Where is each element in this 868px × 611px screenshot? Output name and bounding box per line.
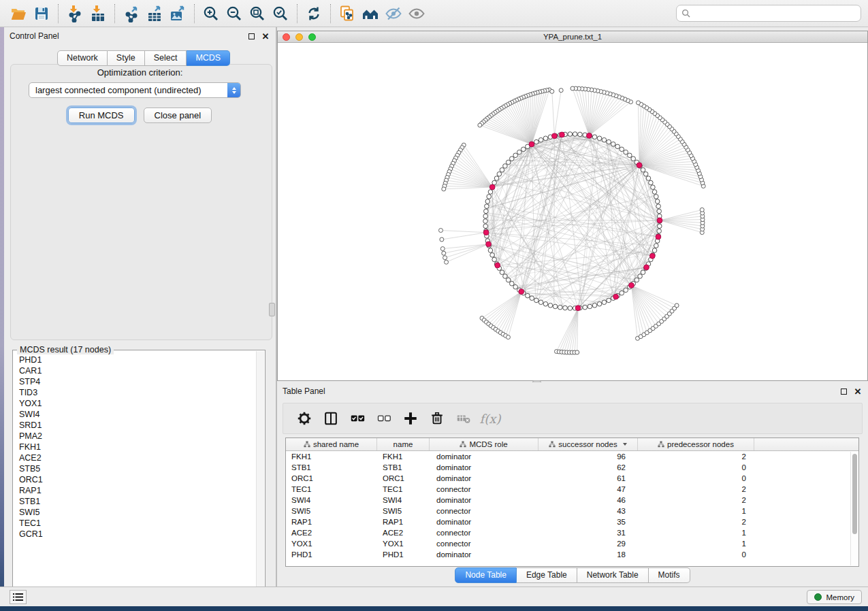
desktop-background-strip — [0, 606, 868, 611]
mcds-tab-content — [10, 64, 272, 340]
mcds-result-node[interactable]: STB1 — [19, 496, 255, 507]
import-table-icon[interactable] — [86, 3, 110, 24]
close-panel-icon[interactable]: ✕ — [853, 386, 863, 396]
mcds-result-node[interactable]: TEC1 — [19, 518, 255, 529]
control-panel: Control Panel ✕ Network Style Select MCD… — [4, 27, 276, 587]
control-panel-tabs: Network Style Select MCDS — [57, 50, 230, 66]
mcds-list-scrollbar[interactable] — [256, 351, 264, 596]
mcds-result-node[interactable]: TID3 — [19, 387, 255, 398]
refresh-layout-icon[interactable] — [302, 3, 325, 24]
tab-mcds[interactable]: MCDS — [187, 50, 230, 66]
add-icon[interactable] — [400, 408, 421, 429]
zoom-selected-icon[interactable] — [269, 3, 292, 24]
clear-table-icon — [453, 408, 474, 429]
table-panel-title: Table Panel — [283, 386, 325, 396]
column-header-predecessor-nodes[interactable]: predecessor nodes — [638, 438, 754, 450]
mcds-result-node[interactable]: SWI5 — [19, 507, 255, 518]
criterion-dropdown[interactable]: largest connected component (undirected) — [29, 82, 241, 98]
table-row[interactable]: RAP1 RAP1 dominator 35 2 — [286, 516, 858, 527]
column-header-mcds-role[interactable]: MCDS role — [430, 438, 539, 450]
tab-network[interactable]: Network — [57, 50, 108, 66]
mcds-result-node[interactable]: CAR1 — [19, 365, 255, 376]
deselect-all-icon[interactable] — [374, 408, 394, 429]
column-header-name[interactable]: name — [377, 438, 430, 450]
tab-motifs[interactable]: Motifs — [649, 567, 690, 583]
column-header-shared-name[interactable]: shared name — [286, 438, 377, 450]
table-row[interactable]: PHD1 PHD1 dominator 18 0 — [286, 549, 858, 560]
toolbar-separator — [330, 4, 331, 23]
mcds-result-node[interactable]: GCR1 — [19, 529, 255, 540]
zoom-in-icon[interactable] — [199, 3, 223, 24]
search-icon — [681, 9, 690, 18]
run-mcds-button[interactable]: Run MCDS — [68, 108, 135, 123]
search-field[interactable] — [676, 5, 861, 22]
mcds-result-node[interactable]: SRD1 — [19, 420, 255, 431]
mcds-result-node[interactable]: STP4 — [19, 376, 255, 387]
network-window-titlebar[interactable]: YPA_prune.txt_1 — [278, 31, 867, 43]
column-header-successor-nodes[interactable]: successor nodes — [539, 438, 638, 450]
export-table-icon[interactable] — [143, 3, 166, 24]
export-image-icon[interactable] — [166, 3, 189, 24]
namespace-icon — [460, 441, 466, 448]
mcds-result-node[interactable]: PHD1 — [19, 354, 255, 365]
sort-caret-icon — [623, 443, 627, 446]
table-scrollbar[interactable] — [850, 452, 858, 565]
table-row[interactable]: TEC1 TEC1 connector 47 2 — [286, 484, 858, 495]
float-panel-icon[interactable] — [246, 31, 256, 41]
toolbar-separator — [58, 4, 59, 23]
hide-selected-icon[interactable] — [382, 3, 405, 24]
column-header-filler — [754, 438, 858, 450]
zoom-fit-icon[interactable] — [246, 3, 269, 24]
show-all-icon[interactable] — [405, 3, 428, 24]
tab-select[interactable]: Select — [145, 50, 187, 66]
select-all-icon[interactable] — [347, 408, 368, 429]
mcds-result-node[interactable]: ACE2 — [19, 452, 255, 463]
save-session-icon[interactable] — [30, 3, 53, 24]
vertical-splitter-handle[interactable] — [269, 303, 275, 316]
mcds-result-node[interactable]: PMA2 — [19, 431, 255, 442]
tab-node-table[interactable]: Node Table — [455, 567, 517, 583]
table-panel: Table Panel ✕ — [277, 382, 868, 587]
network-canvas[interactable] — [278, 43, 867, 380]
delete-icon[interactable] — [427, 408, 447, 429]
clone-network-icon[interactable] — [336, 3, 359, 24]
mcds-result-node[interactable]: STB5 — [19, 463, 255, 474]
import-network-icon[interactable] — [63, 3, 86, 24]
task-history-icon[interactable] — [10, 590, 27, 604]
search-input[interactable] — [694, 9, 856, 18]
float-panel-icon[interactable] — [839, 386, 848, 396]
namespace-icon — [658, 441, 664, 448]
memory-button[interactable]: Memory — [807, 590, 862, 604]
control-panel-header: Control Panel ✕ — [4, 27, 276, 45]
table-row[interactable]: FKH1 FKH1 dominator 96 2 — [286, 451, 858, 462]
table-row[interactable]: ACE2 ACE2 connector 31 1 — [286, 527, 858, 538]
table-row[interactable]: STB1 STB1 dominator 62 0 — [286, 462, 858, 473]
first-neighbors-icon[interactable] — [359, 3, 382, 24]
tab-edge-table[interactable]: Edge Table — [517, 567, 577, 583]
mcds-result-node[interactable]: YOX1 — [19, 398, 255, 409]
gear-icon[interactable] — [294, 408, 315, 429]
mcds-result-node[interactable]: SWI4 — [19, 409, 255, 420]
optimization-criterion-label: Optimization criterion: — [4, 67, 276, 78]
close-panel-icon[interactable]: ✕ — [261, 31, 270, 41]
table-row[interactable]: SWI5 SWI5 connector 43 1 — [286, 506, 858, 516]
export-network-icon[interactable] — [120, 3, 143, 24]
table-row[interactable]: ORC1 ORC1 dominator 61 0 — [286, 473, 858, 484]
columns-icon[interactable] — [321, 408, 341, 429]
main-toolbar — [0, 0, 868, 27]
table-row[interactable]: YOX1 YOX1 connector 29 1 — [286, 538, 858, 549]
memory-status-icon — [814, 593, 822, 601]
mcds-result-node[interactable]: FKH1 — [19, 442, 255, 452]
mcds-result-node[interactable]: ORC1 — [19, 474, 255, 485]
mcds-result-node[interactable]: RAP1 — [19, 485, 255, 496]
table-row[interactable]: SWI4 SWI4 dominator 46 2 — [286, 495, 858, 506]
mcds-result-list[interactable]: PHD1CAR1STP4TID3YOX1SWI4SRD1PMA2FKH1ACE2… — [14, 354, 255, 595]
close-panel-button[interactable]: Close panel — [144, 108, 212, 123]
tab-network-table[interactable]: Network Table — [577, 567, 649, 583]
zoom-out-icon[interactable] — [223, 3, 246, 24]
mcds-result-title: MCDS result (17 nodes) — [17, 345, 114, 354]
tab-style[interactable]: Style — [108, 50, 145, 66]
open-file-icon[interactable] — [7, 3, 30, 24]
network-graph[interactable] — [278, 43, 867, 380]
table-scrollbar-thumb[interactable] — [852, 454, 857, 534]
